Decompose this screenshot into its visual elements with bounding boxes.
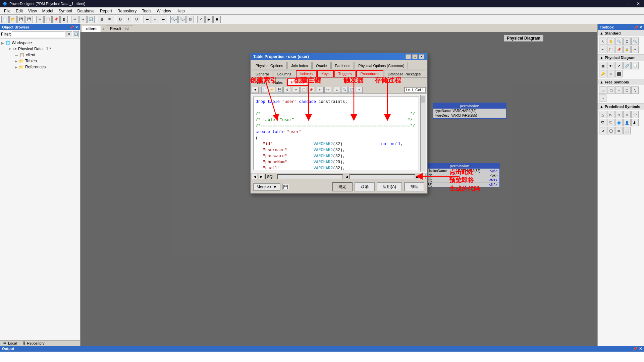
filter-clear-btn[interactable]: ✕ [66, 31, 72, 37]
tool-lock[interactable]: 🔒 [623, 46, 631, 53]
output-close-btn[interactable]: ✕ [639, 347, 642, 351]
ed-btn-zoom[interactable]: + [356, 87, 363, 93]
tool-scissors[interactable]: ✂ [599, 46, 606, 53]
menu-database[interactable]: Database [75, 8, 97, 14]
cancel-button[interactable]: 取消 [355, 182, 375, 191]
toolbox-standard-header[interactable]: ▲ Standard [598, 30, 644, 36]
ed-btn-print[interactable]: 🖨 [283, 87, 290, 93]
ed-nav-prev[interactable]: ◀ [252, 174, 257, 179]
tb-save-all[interactable]: 💾 [25, 16, 33, 23]
minimize-button[interactable]: ─ [619, 1, 625, 6]
tree-node-tables[interactable]: ▶ 📁 Tables [1, 58, 78, 64]
toolbox-predefined-header[interactable]: ▲ Predefined Symbols [598, 104, 644, 110]
tool-sequence[interactable]: ⬛ [615, 70, 623, 77]
tool-predef-3[interactable]: ◇ [615, 111, 623, 118]
tb-print[interactable]: 🖨 [98, 16, 105, 23]
canvas-area[interactable]: user STRICTROLE VARCHAR2(32) <pk> permis… [80, 32, 597, 346]
ed-nav-next[interactable]: ▶ [259, 174, 264, 179]
tool-table[interactable]: ▦ [599, 62, 606, 69]
tab-rules[interactable]: Rules [270, 78, 286, 86]
tb-underline[interactable]: U [133, 16, 140, 23]
ed-btn-copy[interactable]: 📋 [300, 87, 307, 93]
tab-join-index[interactable]: Join Index [287, 62, 312, 69]
menu-view[interactable]: View [25, 8, 40, 14]
ob-close-btn[interactable]: ✕ [75, 25, 78, 29]
tool-zoom-rect[interactable]: ⊡ [623, 38, 631, 45]
ok-button[interactable]: 确定 [332, 182, 353, 191]
close-button[interactable]: ✕ [635, 1, 641, 6]
tb-zoom-fit[interactable]: ⊡ [186, 16, 194, 23]
tool-predef-10[interactable]: 🖧 [631, 119, 639, 126]
tab-keys[interactable]: Keys [317, 70, 333, 77]
tool-index[interactable]: 📑 [631, 62, 639, 69]
tool-pointer[interactable]: ↖ [599, 38, 606, 45]
tool-predef-4[interactable]: ☆ [623, 111, 631, 118]
tb-redo[interactable]: ↪ [79, 16, 87, 23]
ed-btn-find[interactable]: 🔍 [341, 87, 348, 93]
tb-paste[interactable]: 📌 [52, 16, 60, 23]
local-tab[interactable]: 💻 Local [3, 341, 17, 345]
tool-predef-5[interactable]: ⬠ [631, 111, 639, 118]
tree-node-physical-data[interactable]: ▼ 🗂 Physical Data _1 * [1, 46, 78, 52]
tool-line[interactable]: ╲ [631, 86, 639, 94]
tb-italic[interactable]: I [125, 16, 132, 23]
tb-copy[interactable]: 📋 [44, 16, 52, 23]
tool-arrow[interactable]: → [599, 95, 606, 102]
tool-predef-6[interactable]: ⛉ [599, 119, 606, 126]
tb-delete[interactable]: 🗑 [60, 16, 68, 23]
tb-save[interactable]: 💾 [17, 16, 25, 23]
tb-run[interactable]: ▶ [205, 16, 213, 23]
modal-minimize-btn[interactable]: ─ [406, 54, 411, 59]
filter-refresh-btn[interactable]: 🔄 [73, 31, 79, 37]
tb-undo[interactable]: ↩ [71, 16, 78, 23]
tab-result-list[interactable]: Result List [106, 25, 133, 32]
tool-predef-13[interactable]: ✉ [615, 127, 623, 134]
tb-bold[interactable]: B [117, 16, 124, 23]
tool-rect[interactable]: ▭ [599, 86, 606, 94]
tool-predef-11[interactable]: ↺ [599, 127, 606, 134]
ed-btn-format[interactable]: ▼ [252, 87, 259, 93]
menu-file[interactable]: File [1, 8, 13, 14]
tb-align-center[interactable]: ↔ [152, 16, 159, 23]
tb-align-left[interactable]: ⬅ [144, 16, 151, 23]
tool-paste2[interactable]: 📌 [615, 46, 623, 53]
tb-refresh[interactable]: 🔄 [87, 16, 95, 23]
tb-open[interactable]: 📂 [9, 16, 17, 23]
repository-tab[interactable]: 🗄 Repository [22, 341, 45, 345]
tool-key[interactable]: 🔑 [599, 70, 606, 77]
tool-predef-7[interactable]: 🛡 [607, 119, 614, 126]
menu-repository[interactable]: Repository [115, 8, 139, 14]
menu-model[interactable]: Model [40, 8, 56, 14]
tb-zoom-in[interactable]: 🔍+ [170, 16, 178, 23]
tool-zoom-out[interactable]: 🔍 [631, 38, 639, 45]
tab-partitions[interactable]: Partitions [331, 62, 354, 69]
tab-client[interactable]: client [82, 25, 101, 32]
tb-cut[interactable]: ✂ [36, 16, 44, 23]
ed-btn-redo[interactable]: ↪ [324, 87, 331, 93]
tool-predef-14[interactable]: ⬜ [623, 127, 631, 134]
tab-columns[interactable]: Columns [273, 70, 295, 77]
toolbox-physical-diagram-header[interactable]: ▲ Physical Diagram [598, 55, 644, 61]
ed-btn-save[interactable]: 💾 [276, 87, 283, 93]
editor-corner-btn[interactable] [420, 174, 426, 179]
tool-edit[interactable]: ✏ [631, 46, 639, 53]
maximize-button[interactable]: □ [628, 1, 633, 6]
menu-window[interactable]: Window [154, 8, 174, 14]
tree-node-client[interactable]: — 📋 client [1, 52, 78, 58]
tab-notes[interactable]: Notes [252, 78, 269, 86]
ed-btn-select-all[interactable]: ⊡ [334, 87, 340, 93]
ed-btn-cut[interactable]: ✂ [293, 87, 300, 93]
tab-physical-options[interactable]: Physical Options [252, 62, 287, 69]
tool-predef-8[interactable]: 🔷 [615, 119, 623, 126]
menu-edit[interactable]: Edit [13, 8, 25, 14]
tab-indexes[interactable]: Indexes [296, 70, 317, 77]
tab-oracle[interactable]: Oracle [312, 62, 330, 69]
ed-btn-new[interactable]: 📄 [261, 87, 268, 93]
tb-preview[interactable]: 👁 [106, 16, 113, 23]
tool-zoom-in[interactable]: 🔍 [615, 38, 623, 45]
ed-btn-open[interactable]: 📂 [269, 87, 275, 93]
tool-link[interactable]: 🔗 [623, 62, 631, 69]
footer-save-btn[interactable]: 💾 [282, 184, 289, 190]
editor-vscrollbar[interactable] [420, 95, 426, 172]
filter-input[interactable] [12, 31, 65, 37]
